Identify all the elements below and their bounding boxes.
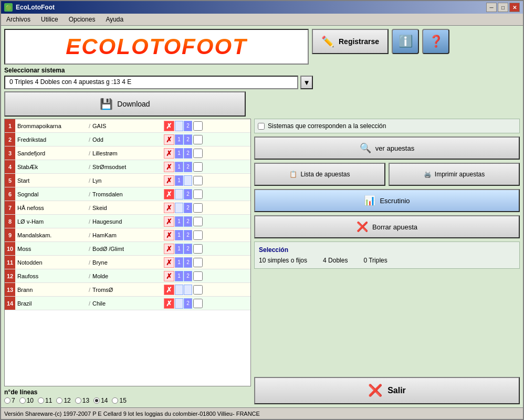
bet-x-cell[interactable]: ✗ (164, 189, 174, 200)
bet-1-cell[interactable]: 1 (175, 271, 183, 281)
table-row: 13 Brann / TromsØ ✗ (5, 283, 250, 297)
bet-1-cell[interactable]: 1 (175, 148, 183, 159)
bet-1-cell[interactable]: 1 (175, 134, 183, 145)
ver-apuestas-button[interactable]: 🔍 ver apuestas (254, 136, 520, 160)
match-checkbox[interactable] (193, 258, 203, 267)
close-button[interactable]: ✕ (509, 3, 520, 12)
radio-item[interactable]: 12 (56, 397, 70, 404)
bet-2-cell[interactable]: 2 (184, 230, 192, 240)
maximize-button[interactable]: □ (498, 3, 508, 12)
bet-2-cell[interactable]: 2 (184, 189, 192, 200)
menu-utilice[interactable]: Utilice (38, 15, 61, 24)
bet-2-cell[interactable]: 2 (184, 298, 192, 309)
bet-2-cell[interactable]: 2 (184, 271, 192, 281)
escrutinio-button[interactable]: 📊 Escrutinio (254, 189, 520, 212)
radio-item[interactable]: 14 (93, 397, 108, 404)
minimize-button[interactable]: ─ (486, 3, 497, 12)
bet-x-cell[interactable]: ✗ (164, 162, 174, 172)
bet-2-cell[interactable]: 2 (184, 203, 192, 213)
bet-cells: ✗ 1 2 (164, 257, 192, 268)
bet-1-cell[interactable]: 1 (175, 162, 183, 172)
bet-x-cell[interactable]: ✗ (164, 257, 174, 268)
bet-2-cell[interactable]: 2 (184, 162, 192, 172)
sistemas-checkbox[interactable] (258, 123, 265, 130)
match-checkbox[interactable] (193, 230, 203, 240)
match-checkbox[interactable] (193, 135, 203, 144)
row-number: 8 (5, 215, 15, 228)
bet-x-cell[interactable]: ✗ (164, 175, 174, 186)
menu-opciones[interactable]: Opciones (66, 15, 99, 24)
row-number: 14 (5, 297, 15, 310)
bet-1-cell[interactable]: 1 (175, 257, 183, 268)
row-number: 1 (5, 119, 15, 132)
menu-ayuda[interactable]: Ayuda (102, 15, 127, 24)
bet-2-cell[interactable] (184, 285, 192, 295)
bet-x-cell[interactable]: ✗ (164, 121, 174, 131)
bet-2-cell[interactable] (184, 175, 192, 186)
bet-x-cell[interactable]: ✗ (164, 230, 174, 240)
table-row: 9 Mandalskam. / HamKam ✗ 1 2 (5, 228, 250, 242)
bet-2-cell[interactable]: 2 (184, 134, 192, 145)
match-checkbox[interactable] (193, 149, 203, 158)
match-checkbox[interactable] (193, 203, 203, 213)
bet-1-cell[interactable]: 1 (175, 175, 183, 186)
bet-x-cell[interactable]: ✗ (164, 285, 174, 295)
match-checkbox[interactable] (193, 285, 203, 295)
dropdown-button[interactable]: ▼ (300, 76, 313, 89)
bet-1-cell[interactable] (175, 121, 183, 131)
status-text: Versión Shareware-(c) 1997-2007 P E Cell… (4, 411, 260, 417)
bet-x-cell[interactable]: ✗ (164, 271, 174, 281)
bet-1-cell[interactable]: 1 (175, 216, 183, 227)
bet-x-cell[interactable]: ✗ (164, 244, 174, 254)
match-checkbox[interactable] (193, 121, 203, 131)
bet-1-cell[interactable] (175, 285, 183, 295)
imprimir-icon: 🖨️ (424, 171, 432, 178)
bet-x-cell[interactable]: ✗ (164, 216, 174, 227)
match-checkbox[interactable] (193, 217, 203, 226)
bet-1-cell[interactable]: 1 (175, 230, 183, 240)
bet-1-cell[interactable] (175, 203, 183, 213)
team-away: StrØmsodset (90, 164, 164, 170)
info-button[interactable]: ℹ️ (392, 29, 419, 54)
bet-2-cell[interactable]: 2 (184, 148, 192, 159)
radio-item[interactable]: 7 (4, 397, 15, 404)
bet-cells: ✗ 1 2 (164, 244, 192, 254)
match-checkbox[interactable] (193, 299, 203, 308)
download-button[interactable]: 💾 Download (4, 91, 246, 117)
bet-x-cell[interactable]: ✗ (164, 298, 174, 309)
bet-2-cell[interactable]: 2 (184, 244, 192, 254)
seleccion-dobles: 4 Dobles (323, 257, 348, 264)
borrar-apuesta-label: Borrar apuesta (372, 223, 417, 231)
match-checkbox[interactable] (193, 162, 203, 172)
match-checkbox[interactable] (193, 176, 203, 185)
radio-item[interactable]: 10 (19, 397, 34, 404)
help-button[interactable]: ❓ (422, 29, 449, 54)
sistema-select[interactable]: 0 Triples 4 Dobles con 4 apuestas g :13 … (4, 76, 298, 89)
salir-icon: ❌ (368, 384, 382, 397)
bet-2-cell[interactable]: 2 (184, 121, 192, 131)
action-buttons: 🔍 ver apuestas 📋 Lista de apuestas 🖨️ Im… (254, 136, 520, 238)
bet-1-cell[interactable] (175, 189, 183, 200)
match-checkbox[interactable] (193, 190, 203, 199)
lista-apuestas-button[interactable]: 📋 Lista de apuestas (254, 163, 385, 186)
radio-item[interactable]: 11 (38, 397, 52, 404)
bet-2-cell[interactable]: 2 (184, 257, 192, 268)
bet-x-cell[interactable]: ✗ (164, 203, 174, 213)
radio-item[interactable]: 13 (75, 397, 89, 404)
bet-x-cell[interactable]: ✗ (164, 148, 174, 159)
menu-archivos[interactable]: Archivos (3, 15, 34, 24)
register-button[interactable]: ✏️ Registrarse (312, 29, 389, 54)
bet-cells: ✗ 2 (164, 189, 192, 200)
bet-1-cell[interactable] (175, 298, 183, 309)
borrar-apuesta-button[interactable]: ❌ Borrar apuesta (254, 215, 520, 238)
bet-1-cell[interactable]: 1 (175, 244, 183, 254)
team-away: BodØ /Glimt (90, 246, 164, 252)
radio-item[interactable]: 15 (112, 397, 126, 404)
bet-2-cell[interactable]: 2 (184, 216, 192, 227)
match-checkbox[interactable] (193, 244, 203, 254)
table-row: 14 Brazil / Chile ✗ 2 (5, 297, 250, 310)
bet-x-cell[interactable]: ✗ (164, 134, 174, 145)
imprimir-apuestas-button[interactable]: 🖨️ Imprimir apuestas (389, 163, 520, 186)
match-checkbox[interactable] (193, 271, 203, 281)
salir-button[interactable]: ❌ Salir (254, 377, 520, 404)
